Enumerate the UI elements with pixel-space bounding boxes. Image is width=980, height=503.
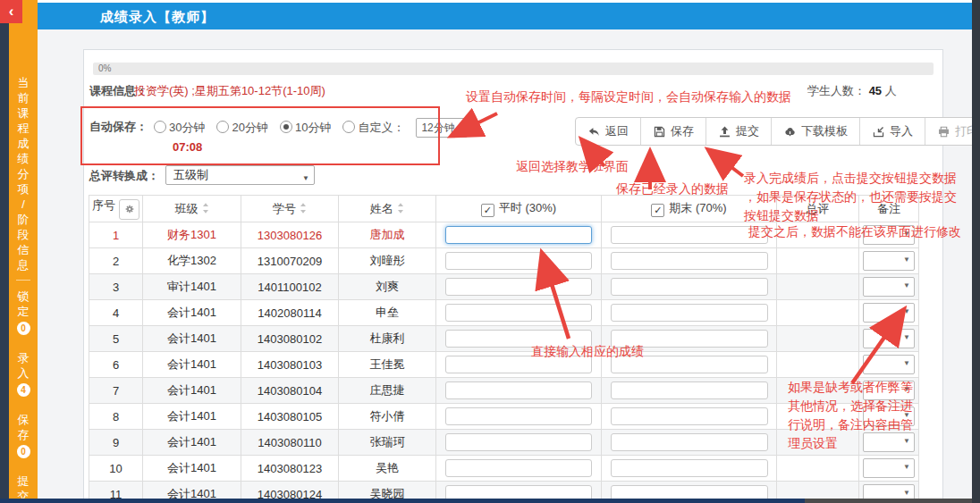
导入-button[interactable]: 导入 — [859, 118, 925, 145]
final-score-input[interactable] — [611, 433, 768, 451]
cell-student-id: 1403080103 — [241, 352, 339, 378]
sidebar-title-char: 阶 — [9, 212, 38, 227]
usual-score-input[interactable] — [445, 304, 592, 322]
cell-student-id: 1403080123 — [241, 456, 339, 482]
autosave-radio-10分钟[interactable]: 10分钟 — [280, 120, 331, 136]
check-icon[interactable]: ✓ — [481, 204, 494, 217]
sidebar-title-char: 课 — [9, 105, 38, 121]
caret-down-icon: ▼ — [302, 170, 309, 188]
button-label: 返回 — [605, 123, 629, 139]
sidebar-title-char: 信 — [9, 242, 38, 257]
radio-label: 自定义： — [358, 121, 404, 134]
autosave-custom-select[interactable]: 12分钟▼ — [416, 118, 468, 138]
remark-select[interactable]: ▼ — [863, 277, 915, 297]
usual-score-input[interactable] — [445, 278, 592, 296]
cell-index: 7 — [89, 378, 143, 404]
final-score-input[interactable] — [611, 407, 768, 425]
sidebar-status-items: 锁定0录入4保存0提交0 — [9, 289, 38, 503]
col-header-label: 姓名 — [370, 202, 393, 215]
cell-usual-score — [436, 248, 602, 274]
autosave-radio-自定义[interactable]: 自定义： — [342, 120, 404, 136]
convert-select[interactable]: 五级制 ▼ — [165, 165, 315, 185]
usual-score-input[interactable] — [445, 407, 592, 425]
下载模板-button[interactable]: 下载模板 — [771, 118, 859, 145]
final-score-input[interactable] — [611, 252, 768, 270]
cell-usual-score — [436, 456, 602, 482]
remark-select[interactable]: ▼ — [863, 303, 915, 323]
usual-score-input[interactable] — [445, 433, 592, 451]
sidebar-item-锁定[interactable]: 锁定0 — [9, 289, 38, 335]
count-badge: 4 — [17, 383, 30, 397]
返回-button[interactable]: 返回 — [576, 118, 640, 145]
usual-score-input[interactable] — [445, 381, 592, 399]
autosave-label: 自动保存： — [89, 119, 148, 135]
保存-button[interactable]: 保存 — [640, 118, 705, 145]
col-header-班级: 班级 — [143, 196, 241, 222]
radio-icon — [154, 121, 166, 133]
sidebar-title-char: 成 — [9, 136, 38, 151]
final-score-input[interactable] — [611, 304, 768, 322]
cell-remark: ▼ — [859, 248, 919, 274]
usual-score-input[interactable] — [445, 252, 592, 270]
import-icon — [872, 125, 885, 138]
col-header-学号: 学号 — [241, 196, 339, 222]
cell-student-id: 1403080104 — [241, 378, 339, 404]
annotation-autosave-tip: 设置自动保存时间，每隔设定时间，会自动保存输入的数据 — [466, 88, 791, 106]
sidebar-title-char: 前 — [9, 90, 38, 105]
cell-index: 3 — [89, 274, 143, 300]
button-label: 导入 — [890, 123, 913, 139]
cell-class: 会计1401 — [143, 352, 241, 378]
autosave-options: 30分钟20分钟10分钟自定义：12分钟▼ — [154, 117, 468, 138]
annotation-input-tip: 直接输入相应的成绩 — [531, 342, 644, 361]
final-score-input[interactable] — [611, 226, 768, 244]
sidebar-title-char: 项 — [9, 181, 38, 197]
sidebar-title-char: 绩 — [9, 151, 38, 166]
cell-name: 符小倩 — [339, 404, 436, 430]
usual-score-input[interactable] — [445, 459, 592, 477]
cell-total-score — [777, 300, 859, 326]
sidebar-title-char: 分 — [9, 166, 38, 181]
sort-arrows-icon[interactable] — [300, 202, 307, 214]
final-score-input[interactable] — [611, 278, 768, 296]
check-icon[interactable]: ✓ — [651, 204, 664, 217]
final-score-input[interactable] — [611, 381, 768, 399]
sidebar-item-录入[interactable]: 录入4 — [9, 350, 38, 397]
cell-final-score — [602, 300, 777, 326]
cell-usual-score — [436, 378, 602, 404]
caret-down-icon: ▼ — [903, 256, 910, 264]
count-badge: 0 — [17, 322, 30, 335]
remark-select[interactable]: ▼ — [863, 251, 915, 271]
radio-label: 10分钟 — [295, 121, 331, 134]
caret-down-icon: ▼ — [903, 307, 910, 315]
grade-table-body: 1财务13011303080126唐加成▼2化学13021310070209刘曈… — [89, 222, 919, 503]
final-score-input[interactable] — [611, 459, 768, 477]
cell-final-score — [602, 430, 777, 456]
collapse-sidebar-button[interactable]: ‹ — [0, 0, 22, 23]
cell-class: 会计1401 — [143, 326, 241, 352]
col-header-label: 学号 — [273, 202, 296, 215]
sidebar-title-char: 息 — [9, 257, 38, 272]
grade-entry-screen: ‹ 成绩录入【教师】 当前课程成绩分项/阶段信息 锁定0录入4保存0提交0 0%… — [0, 0, 980, 503]
student-count: 学生人数： 45 人 — [807, 83, 897, 99]
cell-class: 会计1401 — [143, 430, 241, 456]
remark-select[interactable]: ▼ — [863, 355, 915, 374]
sort-arrows-icon[interactable] — [202, 202, 209, 214]
autosave-radio-20分钟[interactable]: 20分钟 — [216, 120, 267, 136]
gear-icon[interactable] — [119, 199, 139, 220]
chevron-left-icon: ‹ — [9, 3, 14, 21]
sort-arrows-icon[interactable] — [397, 202, 404, 214]
caret-down-icon: ▼ — [903, 281, 910, 289]
caret-down-icon: ▼ — [903, 359, 910, 367]
remark-select[interactable]: ▼ — [863, 329, 915, 348]
cell-index: 10 — [89, 456, 143, 482]
remark-select[interactable]: ▼ — [863, 458, 915, 478]
col-header-平时 (30%): ✓平时 (30%) — [436, 196, 602, 222]
提交-button[interactable]: 提交 — [705, 118, 771, 145]
table-row: 2化学13021310070209刘曈彤▼ — [89, 248, 919, 274]
usual-score-input[interactable] — [445, 226, 592, 244]
cell-index: 5 — [89, 326, 143, 352]
sidebar-panel-title: 当前课程成绩分项/阶段信息 — [9, 75, 38, 272]
student-count-unit: 人 — [885, 84, 897, 97]
sidebar-item-保存[interactable]: 保存0 — [9, 412, 38, 458]
autosave-radio-30分钟[interactable]: 30分钟 — [154, 120, 205, 136]
